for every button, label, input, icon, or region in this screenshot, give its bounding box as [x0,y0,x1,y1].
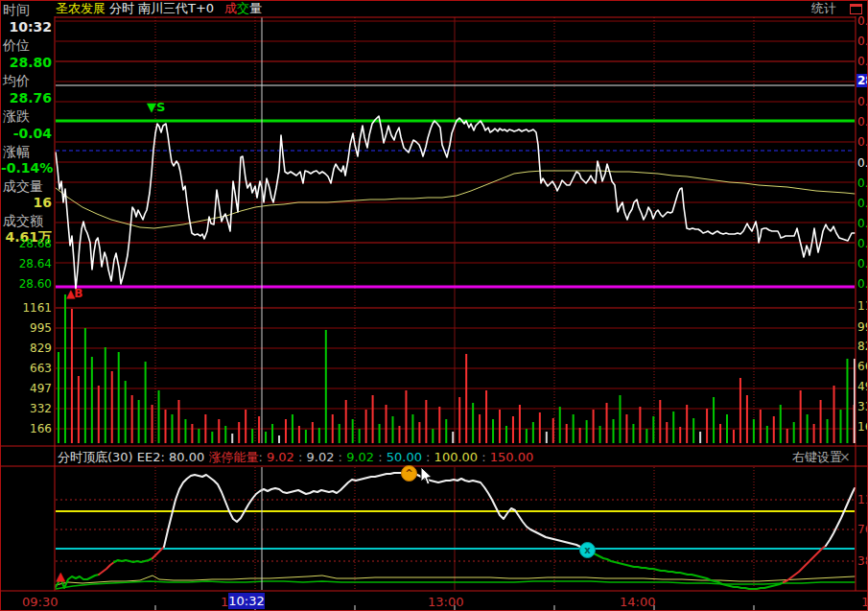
indicator-param: 分时顶底(30) [58,450,137,464]
indicator-param: 150.00 [490,450,534,464]
osc-buy-arrow-icon: ▲ [56,569,65,583]
close-icon[interactable]: × [839,448,851,466]
indicator-param: 100.00 [434,450,479,464]
time-label: 1 [861,595,868,609]
indicator-param: : [334,450,346,464]
right-click-settings-button[interactable]: 右键设置 [792,448,842,466]
time-label: 09:30 [22,595,58,609]
indicator-param: 9.02 [346,450,374,464]
tdx-minute-chart-window: 圣农发展 分时 南川三代T+0 成交量 统计 时间10:32价位28.80均价2… [0,0,868,611]
indicator-param: : [478,450,490,464]
crosshair-time-tag: 10:32 [228,593,265,609]
indicator-param: 50.00 [387,450,422,464]
indicator-panel-header[interactable]: 分时顶底(30) EE2: 80.00 涨停能量: 9.02 : 9.02 : … [1,448,868,466]
time-label: 14:00 [620,595,655,609]
indicator-param: : [258,450,267,464]
buy-signal-marker: ▲B [66,287,82,300]
indicator-param: 9.02 [307,450,335,464]
indicator-param: EE2: 80.00 [137,450,209,464]
indicator-param: : [374,450,387,464]
mouse-cursor-icon [420,467,434,486]
top-signal-circle-icon: ^ [401,465,417,482]
indicator-param: : [422,450,434,464]
indicator-param: 9.02 [267,450,294,464]
time-label: 13:00 [428,595,463,609]
chart-canvas[interactable] [1,1,868,611]
indicator-params: 分时顶底(30) EE2: 80.00 涨停能量: 9.02 : 9.02 : … [58,448,533,466]
indicator-param: : [294,450,307,464]
sell-signal-marker: ▼S [147,100,165,114]
indicator-param: 涨停能量 [208,450,258,464]
bottom-signal-circle-icon: x [579,542,596,558]
